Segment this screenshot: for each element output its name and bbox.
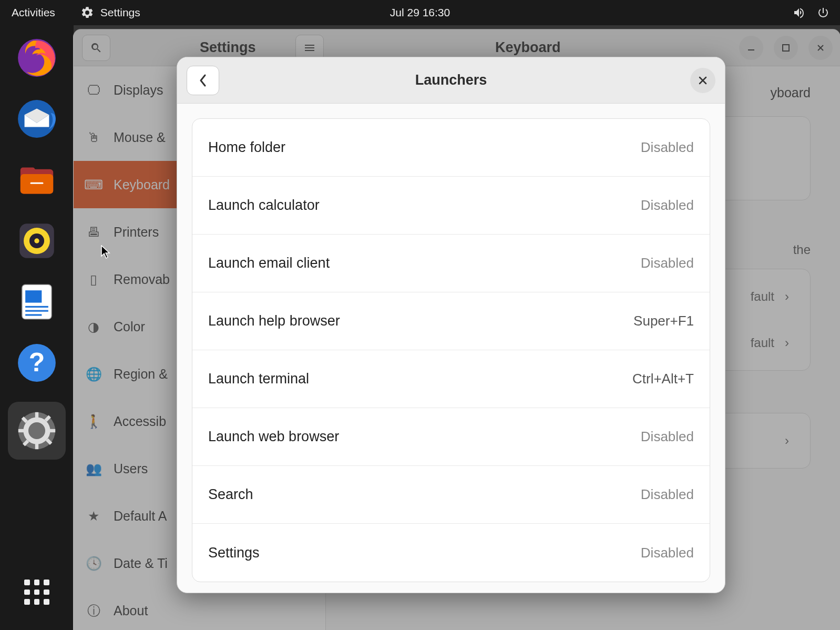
shortcut-value: Disabled	[641, 545, 694, 561]
svg-text:?: ?	[29, 348, 45, 377]
topbar-app-label: Settings	[100, 6, 140, 19]
dock: ?	[0, 25, 74, 630]
shortcut-row-email[interactable]: Launch email clientDisabled	[192, 235, 710, 292]
shortcut-label: Launch help browser	[208, 313, 340, 329]
svg-point-9	[34, 238, 39, 243]
svg-rect-21	[49, 429, 55, 432]
activities-button[interactable]: Activities	[12, 6, 55, 19]
shortcut-row-web-browser[interactable]: Launch web browserDisabled	[192, 408, 710, 466]
svg-rect-13	[25, 310, 48, 312]
shortcut-value: Disabled	[641, 255, 694, 271]
shortcut-label: Launch terminal	[208, 371, 309, 387]
shortcut-value: Disabled	[641, 486, 694, 503]
dock-firefox[interactable]	[15, 36, 59, 80]
svg-rect-5	[30, 182, 44, 184]
svg-rect-12	[25, 306, 48, 308]
shortcut-label: Launch email client	[208, 255, 330, 271]
svg-rect-19	[35, 443, 38, 449]
svg-rect-18	[35, 412, 38, 418]
dock-rhythmbox[interactable]	[15, 219, 59, 263]
dialog-title: Launchers	[415, 72, 487, 88]
dock-settings[interactable]	[8, 402, 66, 460]
shortcut-label: Launch web browser	[208, 429, 339, 445]
dock-thunderbird[interactable]	[15, 97, 59, 141]
shortcut-label: Launch calculator	[208, 197, 320, 214]
dock-help[interactable]: ?	[15, 341, 59, 385]
shortcut-label: Settings	[208, 545, 260, 561]
shortcut-value: Disabled	[641, 429, 694, 445]
shortcut-value: Disabled	[641, 139, 694, 156]
svg-rect-14	[25, 314, 42, 316]
shortcut-value: Disabled	[641, 197, 694, 214]
shortcut-row-terminal[interactable]: Launch terminalCtrl+Alt+T	[192, 350, 710, 408]
volume-icon	[793, 6, 805, 19]
shortcut-row-search[interactable]: SearchDisabled	[192, 466, 710, 524]
svg-rect-11	[25, 290, 42, 302]
topbar-clock[interactable]: Jul 29 16:30	[390, 6, 450, 19]
shortcut-row-settings[interactable]: SettingsDisabled	[192, 524, 710, 582]
topbar-app-menu[interactable]: Settings	[80, 6, 140, 19]
shortcut-value: Ctrl+Alt+T	[632, 371, 694, 387]
back-button[interactable]	[187, 66, 219, 95]
dock-show-apps[interactable]	[15, 570, 59, 614]
svg-rect-3	[21, 168, 35, 174]
shortcut-list: Home folderDisabled Launch calculatorDis…	[192, 118, 710, 582]
dock-writer[interactable]	[15, 280, 59, 324]
shortcut-label: Search	[208, 486, 253, 503]
svg-rect-20	[18, 429, 24, 432]
launchers-dialog: Launchers Home folderDisabled Launch cal…	[177, 57, 725, 593]
shortcut-value: Super+F1	[633, 313, 694, 329]
close-icon	[698, 75, 708, 86]
power-icon	[817, 6, 829, 19]
shortcut-row-calculator[interactable]: Launch calculatorDisabled	[192, 177, 710, 235]
dialog-headerbar: Launchers	[177, 57, 725, 104]
chevron-left-icon	[198, 73, 208, 88]
top-bar: Activities Settings Jul 29 16:30	[0, 0, 840, 25]
dialog-body: Home folderDisabled Launch calculatorDis…	[177, 104, 725, 593]
shortcut-label: Home folder	[208, 139, 285, 156]
shortcut-row-home-folder[interactable]: Home folderDisabled	[192, 119, 710, 177]
dialog-close-button[interactable]	[690, 68, 715, 93]
gear-icon	[80, 6, 94, 19]
dock-files[interactable]	[15, 158, 59, 202]
topbar-system-menu[interactable]	[793, 6, 829, 19]
shortcut-row-help[interactable]: Launch help browserSuper+F1	[192, 292, 710, 350]
